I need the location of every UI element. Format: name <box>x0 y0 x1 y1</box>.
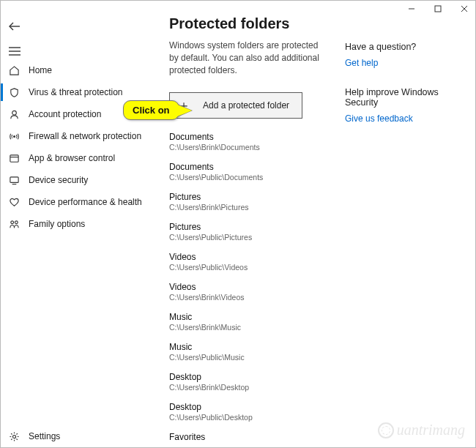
folder-name: Videos <box>169 282 329 292</box>
sidebar-item-family[interactable]: Family options <box>1 213 155 235</box>
gear-icon <box>8 430 20 442</box>
sidebar-item-label: App & browser control <box>29 153 115 163</box>
folder-name: Pictures <box>169 222 329 232</box>
folder-name: Documents <box>169 162 329 172</box>
question-heading: Have a question? <box>345 42 469 52</box>
folder-path: C:\Users\Brink\Videos <box>169 293 329 302</box>
family-icon <box>8 218 20 230</box>
folder-path: C:\Users\Public\Videos <box>169 263 329 272</box>
antenna-icon <box>8 130 20 142</box>
folder-path: C:\Users\Public\Documents <box>169 173 329 182</box>
sidebar-item-label: Firewall & network protection <box>29 131 141 141</box>
folder-name: Music <box>169 312 329 322</box>
folder-entry[interactable]: DocumentsC:\Users\Brink\Documents <box>169 132 329 152</box>
folder-name: Documents <box>169 132 329 142</box>
device-icon <box>8 174 20 186</box>
folder-name: Videos <box>169 252 329 262</box>
shield-icon <box>8 86 20 98</box>
sidebar-item-home[interactable]: Home <box>1 59 155 81</box>
get-help-link[interactable]: Get help <box>345 58 469 68</box>
svg-point-16 <box>12 435 15 438</box>
folder-path: C:\Users\Public\Pictures <box>169 233 329 242</box>
folder-path: C:\Users\Brink\Music <box>169 323 329 332</box>
feedback-link[interactable]: Give us feedback <box>345 113 469 124</box>
sidebar-item-performance[interactable]: Device performance & health <box>1 191 155 213</box>
svg-rect-12 <box>10 176 18 182</box>
menu-button[interactable] <box>7 43 23 59</box>
sidebar-item-label: Settings <box>29 431 60 441</box>
sidebar-item-label: Home <box>29 65 52 75</box>
folder-entry[interactable]: MusicC:\Users\Brink\Music <box>169 312 329 332</box>
folder-entry[interactable]: MusicC:\Users\Public\Music <box>169 342 329 362</box>
folder-name: Desktop <box>169 372 329 382</box>
folder-entry[interactable]: FavoritesC:\Users\Brink\Favorites <box>169 432 329 441</box>
svg-point-15 <box>15 220 18 223</box>
page-description: Windows system folders are protected by … <box>169 40 329 76</box>
back-button[interactable] <box>7 18 23 34</box>
sidebar-item-settings[interactable]: Settings <box>1 425 155 447</box>
sidebar-item-app-browser[interactable]: App & browser control <box>1 147 155 169</box>
folder-entry[interactable]: DesktopC:\Users\Brink\Desktop <box>169 372 329 392</box>
top-nav <box>7 18 23 59</box>
folder-name: Music <box>169 342 329 352</box>
main-area: Protected folders Windows system folders… <box>169 8 469 441</box>
folder-path: C:\Users\Brink\Desktop <box>169 383 329 392</box>
folder-name: Pictures <box>169 192 329 202</box>
folder-path: C:\Users\Public\Music <box>169 353 329 362</box>
aside-column: Have a question? Get help Help improve W… <box>345 8 469 441</box>
sidebar-item-label: Family options <box>29 219 85 229</box>
app-icon <box>8 152 20 164</box>
add-button-label: Add a protected folder <box>203 100 289 111</box>
sidebar-item-device-security[interactable]: Device security <box>1 169 155 191</box>
sidebar-item-label: Account protection <box>29 109 101 119</box>
folder-path: C:\Users\Brink\Documents <box>169 143 329 152</box>
page-title: Protected folders <box>169 15 329 32</box>
annotation-arrow <box>177 105 192 116</box>
svg-point-14 <box>10 220 13 223</box>
folder-path: C:\Users\Public\Desktop <box>169 413 329 422</box>
folder-entry[interactable]: VideosC:\Users\Public\Videos <box>169 252 329 272</box>
heart-icon <box>8 196 20 208</box>
folder-entry[interactable]: PicturesC:\Users\Brink\Pictures <box>169 192 329 212</box>
folder-name: Desktop <box>169 402 329 412</box>
sidebar-item-label: Device security <box>29 175 88 185</box>
folder-entry[interactable]: VideosC:\Users\Brink\Videos <box>169 282 329 302</box>
sidebar-item-firewall[interactable]: Firewall & network protection <box>1 125 155 147</box>
home-icon <box>8 64 20 76</box>
improve-heading: Help improve Windows Security <box>345 87 469 108</box>
annotation-text: Click on <box>123 100 179 120</box>
folder-entry[interactable]: PicturesC:\Users\Public\Pictures <box>169 222 329 242</box>
protected-folder-list: DocumentsC:\Users\Brink\DocumentsDocumen… <box>169 132 329 441</box>
annotation-callout: Click on <box>123 100 192 120</box>
svg-point-8 <box>12 111 16 115</box>
folder-name: Favorites <box>169 432 329 441</box>
svg-rect-10 <box>10 154 18 161</box>
content-column: Protected folders Windows system folders… <box>169 8 329 441</box>
sidebar-item-label: Device performance & health <box>29 197 142 207</box>
folder-entry[interactable]: DesktopC:\Users\Public\Desktop <box>169 402 329 422</box>
sidebar-item-label: Virus & threat protection <box>29 87 123 97</box>
app-window: Home Virus & threat protection Account p… <box>0 0 476 448</box>
person-icon <box>8 108 20 120</box>
folder-path: C:\Users\Brink\Pictures <box>169 203 329 212</box>
folder-entry[interactable]: DocumentsC:\Users\Public\Documents <box>169 162 329 182</box>
svg-point-9 <box>13 135 15 137</box>
